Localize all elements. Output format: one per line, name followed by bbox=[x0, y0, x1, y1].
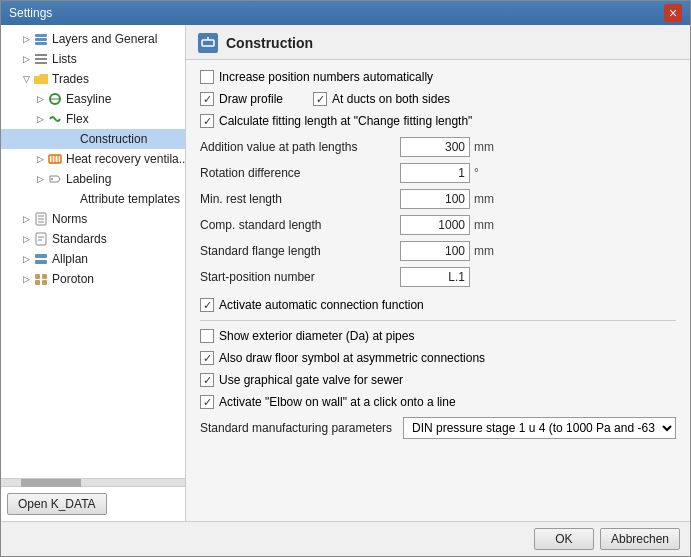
sidebar-item-construction[interactable]: Construction bbox=[1, 129, 185, 149]
standard-manufacturing-select[interactable]: DIN pressure stage 1 u 4 (to 1000 Pa and… bbox=[403, 417, 676, 439]
at-ducts-both-sides-label[interactable]: At ducts on both sides bbox=[313, 92, 450, 106]
close-button[interactable]: × bbox=[664, 4, 682, 22]
activate-elbow-on-wall-label[interactable]: Activate "Elbow on wall" at a click onto… bbox=[200, 395, 456, 409]
expand-icon: ▽ bbox=[19, 72, 33, 86]
sidebar-item-label: Poroton bbox=[52, 272, 94, 286]
folder-icon bbox=[33, 71, 49, 87]
sidebar-item-label: Construction bbox=[80, 132, 147, 146]
sidebar-item-label: Easyline bbox=[66, 92, 111, 106]
sidebar-item-label: Trades bbox=[52, 72, 89, 86]
show-exterior-diameter-label[interactable]: Show exterior diameter (Da) at pipes bbox=[200, 329, 414, 343]
svg-rect-0 bbox=[35, 34, 47, 37]
also-draw-floor-symbol-checkbox[interactable] bbox=[200, 351, 214, 365]
param-row-rotation-diff: Rotation difference ° bbox=[200, 162, 676, 184]
sidebar-item-labeling[interactable]: ▷ Labeling bbox=[1, 169, 185, 189]
expand-icon: ▷ bbox=[19, 272, 33, 286]
activate-elbow-on-wall-checkbox[interactable] bbox=[200, 395, 214, 409]
activate-elbow-on-wall-text: Activate "Elbow on wall" at a click onto… bbox=[219, 395, 456, 409]
sidebar-item-label: Layers and General bbox=[52, 32, 157, 46]
cancel-button[interactable]: Abbrechen bbox=[600, 528, 680, 550]
open-k-data-button[interactable]: Open K_DATA bbox=[7, 493, 107, 515]
increase-position-numbers-label[interactable]: Increase position numbers automatically bbox=[200, 70, 433, 84]
param-input-rotation-diff[interactable] bbox=[400, 163, 470, 183]
sidebar-item-label: Attribute templates bbox=[80, 192, 180, 206]
calculate-fitting-length-row: Calculate fitting length at "Change fitt… bbox=[200, 114, 676, 128]
sidebar-item-norms[interactable]: ▷ Norms bbox=[1, 209, 185, 229]
show-exterior-diameter-checkbox[interactable] bbox=[200, 329, 214, 343]
sidebar-item-trades[interactable]: ▽ Trades bbox=[1, 69, 185, 89]
svg-rect-26 bbox=[202, 40, 214, 46]
titlebar: Settings × bbox=[1, 1, 690, 25]
sidebar-item-allplan[interactable]: ▷ Allplan bbox=[1, 249, 185, 269]
poroton-icon bbox=[33, 271, 49, 287]
sidebar-item-lists[interactable]: ▷ Lists bbox=[1, 49, 185, 69]
ok-button[interactable]: OK bbox=[534, 528, 594, 550]
svg-rect-20 bbox=[35, 254, 47, 258]
increase-position-numbers-text: Increase position numbers automatically bbox=[219, 70, 433, 84]
sidebar-item-label: Labeling bbox=[66, 172, 111, 186]
sidebar-item-label: Standards bbox=[52, 232, 107, 246]
increase-position-numbers-checkbox[interactable] bbox=[200, 70, 214, 84]
use-graphical-gate-valve-checkbox[interactable] bbox=[200, 373, 214, 387]
param-row-addition-value: Addition value at path lengths mm bbox=[200, 136, 676, 158]
param-input-start-position-number[interactable] bbox=[400, 267, 470, 287]
activate-auto-connection-text: Activate automatic connection function bbox=[219, 298, 424, 312]
draw-profile-text: Draw profile bbox=[219, 92, 283, 106]
draw-profile-checkbox[interactable] bbox=[200, 92, 214, 106]
sidebar-item-layers-general[interactable]: ▷ Layers and General bbox=[1, 29, 185, 49]
svg-rect-25 bbox=[42, 280, 47, 285]
params-section: Addition value at path lengths mm Rotati… bbox=[200, 136, 676, 288]
sidebar-item-heat-recovery[interactable]: ▷ Heat recovery ventila... bbox=[1, 149, 185, 169]
expand-icon bbox=[47, 192, 61, 206]
param-label-standard-flange-length: Standard flange length bbox=[200, 244, 400, 258]
svg-rect-22 bbox=[35, 274, 40, 279]
calculate-fitting-length-label[interactable]: Calculate fitting length at "Change fitt… bbox=[200, 114, 472, 128]
right-panel-title: Construction bbox=[226, 35, 313, 51]
scrollbar-thumb[interactable] bbox=[21, 479, 81, 487]
label-icon bbox=[47, 171, 63, 187]
draw-profile-row: Draw profile At ducts on both sides bbox=[200, 92, 676, 106]
expand-icon: ▷ bbox=[19, 232, 33, 246]
svg-rect-23 bbox=[42, 274, 47, 279]
standards-icon bbox=[33, 231, 49, 247]
param-input-min-rest-length[interactable] bbox=[400, 189, 470, 209]
use-graphical-gate-valve-label[interactable]: Use graphical gate valve for sewer bbox=[200, 373, 403, 387]
activate-auto-connection-label[interactable]: Activate automatic connection function bbox=[200, 298, 424, 312]
expand-icon: ▷ bbox=[19, 52, 33, 66]
norms-icon bbox=[33, 211, 49, 227]
sidebar-item-poroton[interactable]: ▷ Poroton bbox=[1, 269, 185, 289]
svg-rect-2 bbox=[35, 42, 47, 45]
sidebar-item-label: Norms bbox=[52, 212, 87, 226]
list-icon bbox=[33, 51, 49, 67]
calculate-fitting-length-checkbox[interactable] bbox=[200, 114, 214, 128]
param-unit-comp-standard-length: mm bbox=[474, 218, 494, 232]
sidebar-item-flex[interactable]: ▷ Flex bbox=[1, 109, 185, 129]
none-icon bbox=[61, 191, 77, 207]
param-input-comp-standard-length[interactable] bbox=[400, 215, 470, 235]
also-draw-floor-symbol-label[interactable]: Also draw floor symbol at asymmetric con… bbox=[200, 351, 485, 365]
window-title: Settings bbox=[9, 6, 52, 20]
also-draw-floor-symbol-text: Also draw floor symbol at asymmetric con… bbox=[219, 351, 485, 365]
param-label-addition-value: Addition value at path lengths bbox=[200, 140, 400, 154]
param-unit-standard-flange-length: mm bbox=[474, 244, 494, 258]
settings-window: Settings × ▷ Layers and General ▷ bbox=[0, 0, 691, 557]
param-input-standard-flange-length[interactable] bbox=[400, 241, 470, 261]
draw-profile-label[interactable]: Draw profile bbox=[200, 92, 283, 106]
param-input-addition-value[interactable] bbox=[400, 137, 470, 157]
standard-manufacturing-row: Standard manufacturing parameters DIN pr… bbox=[200, 417, 676, 439]
param-label-min-rest-length: Min. rest length bbox=[200, 192, 400, 206]
activate-auto-connection-checkbox[interactable] bbox=[200, 298, 214, 312]
sidebar-item-easyline[interactable]: ▷ Easyline bbox=[1, 89, 185, 109]
at-ducts-both-sides-checkbox[interactable] bbox=[313, 92, 327, 106]
use-graphical-gate-valve-text: Use graphical gate valve for sewer bbox=[219, 373, 403, 387]
sidebar-item-attribute-templates[interactable]: Attribute templates bbox=[1, 189, 185, 209]
expand-icon: ▷ bbox=[19, 32, 33, 46]
pipe-icon bbox=[47, 91, 63, 107]
expand-icon: ▷ bbox=[19, 212, 33, 226]
param-label-rotation-diff: Rotation difference bbox=[200, 166, 400, 180]
svg-rect-3 bbox=[35, 54, 47, 56]
sidebar-item-standards[interactable]: ▷ Standards bbox=[1, 229, 185, 249]
show-exterior-diameter-row: Show exterior diameter (Da) at pipes bbox=[200, 329, 676, 343]
expand-icon: ▷ bbox=[19, 252, 33, 266]
at-ducts-both-sides-text: At ducts on both sides bbox=[332, 92, 450, 106]
